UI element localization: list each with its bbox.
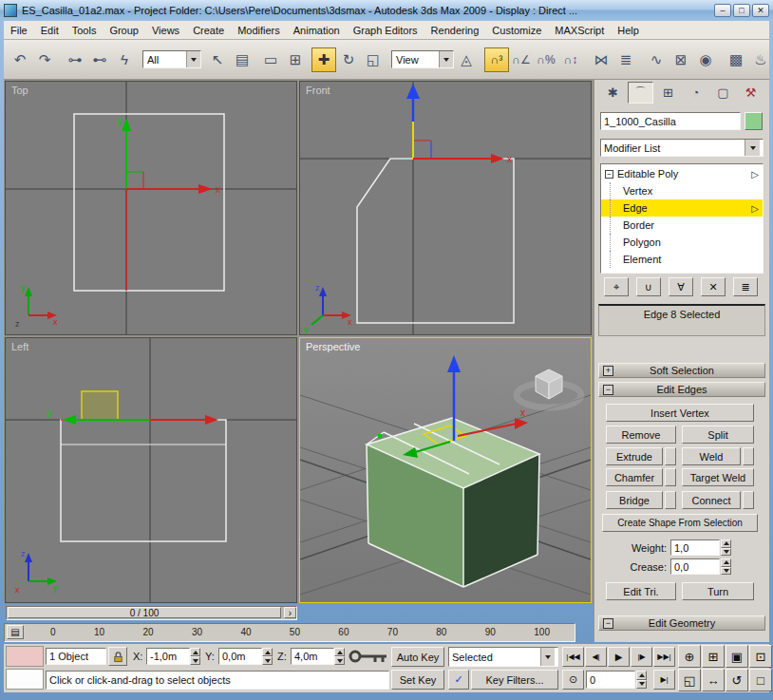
close-button[interactable]: ✕ [752, 4, 769, 17]
select-object-icon[interactable]: ↖ [205, 47, 230, 72]
go-to-start-button[interactable]: |◀◀ [562, 647, 584, 667]
minimize-button[interactable]: – [714, 4, 731, 17]
manipulate-icon[interactable]: ◬ [454, 47, 479, 72]
key-mode-toggle-icon[interactable]: ⊙ [562, 670, 584, 690]
dropdown-arrow-icon[interactable] [745, 140, 760, 156]
viewport-front[interactable]: Front x z [300, 82, 591, 334]
next-frame-arrow[interactable]: › [284, 607, 296, 618]
move-gizmo[interactable]: y [47, 407, 218, 425]
select-and-move-icon[interactable]: ✚ [311, 47, 336, 72]
current-frame-field[interactable]: 0 [586, 671, 635, 689]
select-and-scale-icon[interactable]: ◱ [361, 47, 386, 72]
render-setup-icon[interactable]: ▩ [724, 47, 748, 72]
tab-display[interactable]: ▢ [710, 82, 736, 104]
unlink-selection-icon[interactable]: ⊷ [87, 47, 112, 72]
weight-field[interactable]: 1,0 [670, 539, 720, 556]
select-by-name-icon[interactable]: ▤ [230, 47, 255, 72]
color-swatch-top[interactable] [6, 646, 44, 667]
bind-to-spacewarp-icon[interactable]: ϟ [112, 47, 137, 72]
show-end-result-icon[interactable]: ∪ [636, 277, 661, 296]
tab-motion[interactable]: ◔ [683, 82, 708, 104]
mirror-icon[interactable]: ⋈ [589, 47, 613, 72]
new-key-filter-check-icon[interactable]: ✓ [448, 670, 469, 690]
object-name-field[interactable]: 1_1000_Casilla [600, 112, 741, 130]
viewport-top[interactable]: Top y x y [6, 82, 296, 334]
zoom-extents-icon[interactable]: ▣ [726, 645, 748, 668]
angle-snap-icon[interactable]: ∩∠ [509, 47, 534, 72]
object-color-swatch[interactable] [745, 112, 763, 130]
chamfer-button[interactable]: Chamfer [606, 468, 663, 486]
spinner-snap-icon[interactable]: ∩↕ [558, 47, 583, 72]
material-editor-icon[interactable]: ◉ [693, 47, 718, 72]
extrude-settings-button[interactable] [665, 447, 676, 465]
menu-rendering[interactable]: Rendering [424, 21, 486, 40]
make-unique-icon[interactable]: ∀ [669, 277, 693, 296]
dropdown-arrow-icon[interactable] [186, 51, 200, 67]
stack-item-border[interactable]: Border [601, 217, 763, 234]
configure-modifier-sets-icon[interactable]: ≣ [733, 277, 758, 296]
reference-coordinate-dropdown[interactable]: View [391, 50, 454, 68]
bridge-settings-button[interactable] [665, 491, 676, 509]
redo-icon[interactable]: ↷ [32, 47, 57, 72]
y-coord-field[interactable]: 0,0m [218, 648, 262, 665]
select-and-rotate-icon[interactable]: ↻ [336, 47, 361, 72]
zoom-icon[interactable]: ⊕ [678, 645, 701, 668]
weld-button[interactable]: Weld [682, 447, 741, 465]
rollout-collapse-icon[interactable]: − [603, 385, 613, 395]
play-button[interactable]: ▶ [608, 647, 630, 667]
previous-frame-button[interactable]: ◀| [585, 647, 607, 667]
turn-button[interactable]: Turn [682, 582, 754, 600]
x-coord-field[interactable]: -1,0m [146, 648, 190, 665]
color-swatch-bottom[interactable] [6, 669, 44, 690]
viewport-perspective[interactable]: Perspective [300, 338, 591, 602]
stack-item-editable-poly[interactable]: − Editable Poly ▷ [601, 165, 763, 182]
schematic-view-icon[interactable]: ⊠ [669, 47, 693, 72]
stack-item-vertex[interactable]: Vertex [601, 182, 763, 199]
selection-lock-button[interactable] [108, 647, 127, 666]
rollout-edit-geometry[interactable]: − Edit Geometry [598, 615, 765, 631]
title-bar[interactable]: ES_Casilla_01a2.max - Project Folder: C:… [0, 0, 773, 21]
viewport-left[interactable]: Left y z [6, 338, 296, 602]
go-to-end-button-2[interactable]: ▶| [653, 670, 675, 690]
create-shape-button[interactable]: Create Shape From Selection [602, 514, 758, 532]
viewport-top-label[interactable]: Top [11, 85, 28, 96]
pin-stack-icon[interactable]: ⌖ [604, 277, 629, 296]
target-weld-button[interactable]: Target Weld [682, 468, 754, 486]
menu-modifiers[interactable]: Modifiers [231, 21, 287, 40]
tab-utilities[interactable]: ⚒ [738, 82, 764, 104]
crossing-selection-icon[interactable]: ⊞ [283, 47, 308, 72]
bridge-button[interactable]: Bridge [606, 491, 663, 509]
edit-tri-button[interactable]: Edit Tri. [606, 582, 676, 600]
stack-item-edge[interactable]: Edge ▷ [601, 199, 763, 217]
quick-render-icon[interactable]: ♨ [748, 47, 773, 72]
rollout-expand-icon[interactable]: + [603, 366, 613, 376]
split-button[interactable]: Split [682, 426, 754, 444]
time-slider[interactable]: 0 / 100 › [6, 606, 297, 620]
current-frame-spinner[interactable] [636, 671, 647, 689]
arc-rotate-icon[interactable]: ↺ [726, 669, 748, 691]
remove-button[interactable]: Remove [606, 426, 676, 444]
chamfer-settings-button[interactable] [665, 468, 676, 486]
menu-edit[interactable]: Edit [34, 21, 66, 40]
maximize-viewport-icon[interactable]: □ [749, 669, 772, 691]
zoom-region-icon[interactable]: ◱ [678, 669, 701, 691]
maximize-button[interactable]: □ [733, 4, 750, 17]
set-keys-key-icon[interactable] [348, 646, 389, 667]
rectangular-selection-icon[interactable]: ▭ [258, 47, 283, 72]
crease-field[interactable]: 0,0 [670, 558, 720, 575]
menu-file[interactable]: File [4, 21, 34, 40]
zoom-all-icon[interactable]: ⊞ [702, 645, 725, 668]
rollout-collapse-icon[interactable]: − [603, 618, 613, 629]
move-gizmo[interactable]: x [406, 84, 512, 164]
connect-settings-button[interactable] [743, 491, 754, 509]
menu-views[interactable]: Views [145, 21, 186, 40]
dropdown-arrow-icon[interactable] [540, 648, 555, 666]
stack-item-polygon[interactable]: Polygon [601, 234, 763, 251]
snaps-toggle-icon[interactable]: ∩³ [484, 47, 509, 72]
menu-graph-editors[interactable]: Graph Editors [347, 21, 424, 40]
remove-modifier-icon[interactable]: ✕ [701, 277, 726, 296]
insert-vertex-button[interactable]: Insert Vertex [606, 404, 754, 422]
menu-maxscript[interactable]: MAXScript [548, 21, 611, 40]
menu-group[interactable]: Group [103, 21, 145, 40]
tab-create[interactable]: ✱ [600, 82, 626, 104]
